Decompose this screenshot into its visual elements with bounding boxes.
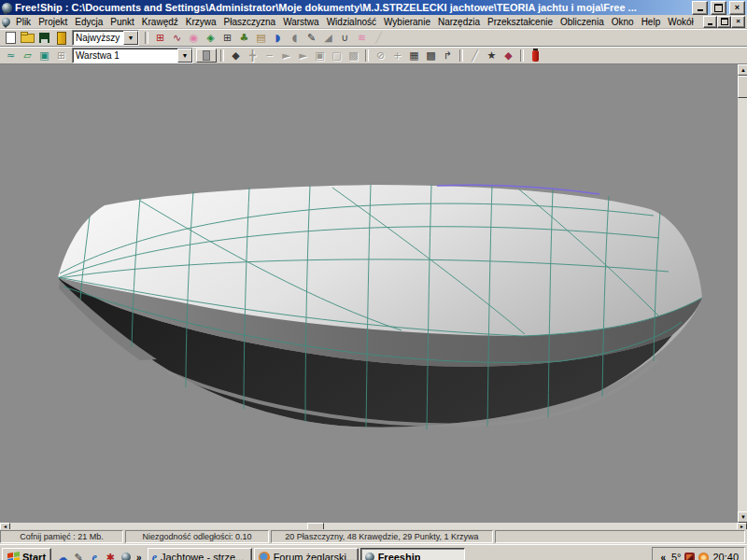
sun-tray-icon[interactable]: [698, 553, 709, 560]
shade-button[interactable]: ◖: [287, 31, 303, 45]
mdi-close-button[interactable]: ×: [731, 16, 745, 28]
menu-item-plaszczyzna[interactable]: Płaszczyzna: [220, 17, 280, 27]
diagonal-button[interactable]: ╱: [371, 31, 387, 45]
interior-edges-button[interactable]: ◉: [186, 31, 202, 45]
intersect-layers-button[interactable]: ⊘: [373, 49, 388, 63]
quick-launch-freeship[interactable]: [119, 549, 134, 560]
quick-launch-internet-explorer[interactable]: e: [87, 549, 102, 560]
check-model-button[interactable]: ◆: [500, 49, 516, 63]
menu-item-help[interactable]: Help: [638, 17, 665, 27]
layer-color-button[interactable]: [196, 49, 217, 63]
scroll-up-button[interactable]: ▲: [738, 64, 747, 76]
unlock-points-button[interactable]: ▢: [329, 49, 345, 63]
report-button[interactable]: ✎: [303, 31, 319, 45]
move-point-button[interactable]: ╋: [245, 49, 261, 63]
toolbar-separator: [220, 49, 224, 62]
menu-item-okno[interactable]: Okno: [608, 17, 638, 27]
add-plane-button[interactable]: +: [389, 49, 405, 63]
report-icon: ✎: [307, 33, 316, 43]
add-point-button[interactable]: ◆: [228, 49, 244, 63]
background-image-button[interactable]: ▣: [36, 49, 52, 63]
minimize-button[interactable]: [692, 1, 708, 15]
check-model-icon: ◆: [504, 50, 512, 61]
quick-launch-notepad[interactable]: ✎: [71, 549, 86, 560]
menu-item-wokol[interactable]: Wokół: [664, 17, 698, 27]
start-button[interactable]: Start: [2, 548, 51, 560]
model-viewport[interactable]: [0, 64, 738, 523]
layer-select[interactable]: Warstwa 1 ▼: [72, 48, 193, 63]
vertical-scrollbar[interactable]: ▲ ▼: [738, 64, 747, 523]
new-document-button[interactable]: [3, 31, 19, 45]
hull-visibility-button[interactable]: ≈: [3, 49, 19, 63]
chevron-down-icon[interactable]: ▼: [177, 49, 192, 63]
control-net-button[interactable]: ⊞: [152, 31, 168, 45]
menu-item-przeksztalcenie[interactable]: Przekształcenie: [484, 17, 557, 27]
mdi-child-icon[interactable]: [2, 18, 10, 26]
close-button[interactable]: ×: [729, 1, 745, 15]
menu-item-krawedz[interactable]: Krawędź: [138, 17, 182, 27]
layer-grid-button[interactable]: ⊞: [53, 49, 69, 63]
fair-curve-icon: ★: [487, 50, 497, 61]
precision-select[interactable]: Najwyższy ▼: [72, 30, 139, 46]
insert-edge-button[interactable]: ►: [295, 49, 311, 63]
scroll-down-button[interactable]: ▼: [738, 511, 747, 523]
mdi-restore-button[interactable]: [717, 16, 731, 28]
collapse-edge-button[interactable]: ►: [278, 49, 294, 63]
align-points-button[interactable]: ┄: [261, 49, 277, 63]
hourglass-tray-icon[interactable]: [684, 553, 695, 560]
menu-item-plik[interactable]: Plik: [12, 17, 35, 27]
intersect-layers-icon: ⊘: [376, 50, 385, 61]
menu-item-wybieranie[interactable]: Wybieranie: [380, 17, 434, 27]
curvature-button[interactable]: ♣: [236, 31, 252, 45]
task-label: Freeship: [378, 552, 421, 560]
save-button[interactable]: [36, 31, 52, 45]
new-curve-button[interactable]: ╱: [467, 49, 483, 63]
quick-launch-red-star[interactable]: ✱: [103, 549, 118, 560]
task-button-jachtowe[interactable]: e Jachtowe - strze...: [148, 548, 252, 560]
menu-item-obliczenia[interactable]: Obliczenia: [557, 17, 608, 27]
menu-item-edycja[interactable]: Edycja: [71, 17, 106, 27]
quick-launch-messenger[interactable]: ☁: [55, 549, 70, 560]
tray-chevron[interactable]: «: [658, 553, 668, 560]
wireframe-button[interactable]: ≋: [354, 31, 370, 45]
grid-button[interactable]: ⊞: [219, 31, 235, 45]
vertical-scroll-thumb[interactable]: [738, 76, 747, 98]
menu-item-narzedzia[interactable]: Narzędzia: [434, 17, 484, 27]
quick-launch-overflow-chevron[interactable]: »: [134, 553, 144, 560]
layers-button[interactable]: ▱: [20, 49, 35, 63]
menu-item-warstwa[interactable]: Warstwa: [279, 17, 323, 27]
anchor-points-button[interactable]: ▩: [345, 49, 361, 63]
fair-curve-button[interactable]: ★: [484, 49, 500, 63]
developable-button[interactable]: ◗: [270, 31, 286, 45]
insert-plane-button[interactable]: ▦: [406, 49, 422, 63]
task-button-forum[interactable]: Forum żeglarski...: [254, 548, 359, 560]
wedge-button[interactable]: ◢: [320, 31, 336, 45]
crease-edges-button[interactable]: ◈: [203, 31, 218, 45]
stations-button[interactable]: ∪: [337, 31, 353, 45]
mdi-minimize-button[interactable]: [703, 16, 717, 28]
horizontal-scrollbar[interactable]: ◄ ►: [0, 523, 747, 529]
lock-points-button[interactable]: ▣: [312, 49, 328, 63]
menu-item-krzywa[interactable]: Krzywa: [182, 17, 220, 27]
menu-item-projekt[interactable]: Projekt: [35, 17, 71, 27]
control-curves-button[interactable]: ∿: [169, 31, 185, 45]
rotate-button[interactable]: ↱: [440, 49, 456, 63]
mirror-plane-button[interactable]: ▩: [423, 49, 439, 63]
horizontal-scroll-track[interactable]: [324, 523, 737, 529]
freeship-window: Free!Ship : C:\Documents and Settings\Ad…: [0, 0, 747, 560]
task-button-freeship[interactable]: Freeship: [360, 548, 465, 560]
freeship-icon: [365, 553, 374, 560]
chevron-down-icon[interactable]: ▼: [123, 31, 138, 45]
notepad-icon: ✎: [74, 553, 82, 560]
restore-button[interactable]: [711, 1, 726, 15]
windows-flag-icon: [7, 552, 20, 560]
delete-button[interactable]: [528, 49, 543, 63]
horizontal-scroll-track[interactable]: [10, 523, 307, 529]
exit-button[interactable]: [53, 31, 69, 45]
vertical-scroll-track[interactable]: [738, 98, 747, 511]
open-file-button[interactable]: [20, 31, 35, 45]
menu-item-widzialnosc[interactable]: Widzialność: [323, 17, 380, 27]
measure-button[interactable]: ▤: [253, 31, 269, 45]
internet-explorer-icon: e: [92, 552, 96, 560]
menu-item-punkt[interactable]: Punkt: [106, 17, 138, 27]
